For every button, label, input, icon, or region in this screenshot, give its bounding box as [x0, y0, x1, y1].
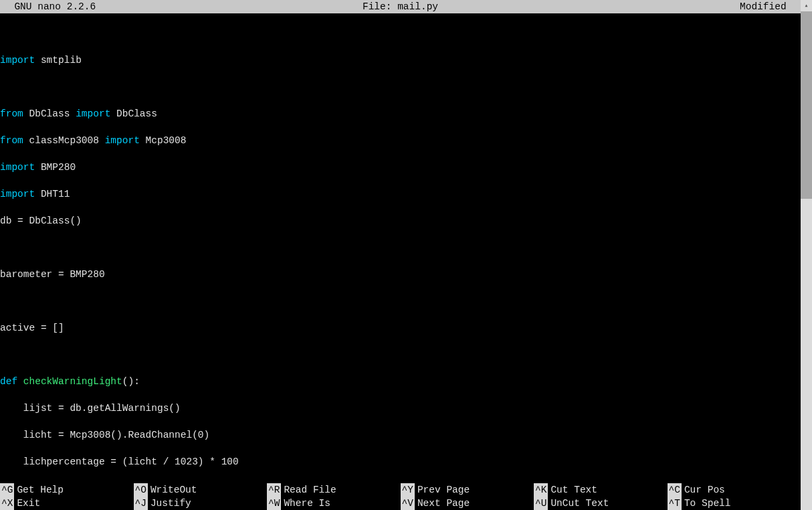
modified-status: Modified [740, 0, 798, 13]
editor-content[interactable]: import smtplib from DbClass import DbCla… [0, 13, 801, 482]
file-name: File: mail.py [363, 0, 438, 13]
scroll-thumb[interactable] [801, 11, 812, 199]
shortcut-to-spell[interactable]: ^TTo Spell [668, 497, 801, 510]
shortcut-exit[interactable]: ^XExit [0, 497, 134, 510]
shortcut-prev-page[interactable]: ^YPrev Page [401, 483, 534, 497]
shortcut-uncut-text[interactable]: ^UUnCut Text [534, 497, 668, 510]
editor-titlebar: GNU nano 2.2.6 File: mail.py Modified [0, 0, 801, 13]
scroll-up-arrow-icon[interactable]: ▴ [801, 0, 812, 11]
shortcut-read-file[interactable]: ^RRead File [267, 483, 401, 497]
shortcut-cut-text[interactable]: ^KCut Text [534, 483, 668, 497]
shortcut-next-page[interactable]: ^VNext Page [401, 497, 534, 510]
editor-name-version: GNU nano 2.2.6 [3, 0, 96, 13]
shortcut-bar: ^GGet Help ^OWriteOut ^RRead File ^YPrev… [0, 483, 801, 510]
shortcut-get-help[interactable]: ^GGet Help [0, 483, 134, 497]
terminal[interactable]: GNU nano 2.2.6 File: mail.py Modified im… [0, 0, 801, 510]
shortcut-writeout[interactable]: ^OWriteOut [134, 483, 268, 497]
shortcut-cur-pos[interactable]: ^CCur Pos [668, 483, 801, 497]
vertical-scrollbar[interactable]: ▴ [801, 0, 812, 510]
function-name: checkWarningLight [23, 376, 122, 387]
kw-import: import [0, 55, 35, 66]
shortcut-where-is[interactable]: ^WWhere Is [267, 497, 401, 510]
shortcut-justify[interactable]: ^JJustify [134, 497, 268, 510]
